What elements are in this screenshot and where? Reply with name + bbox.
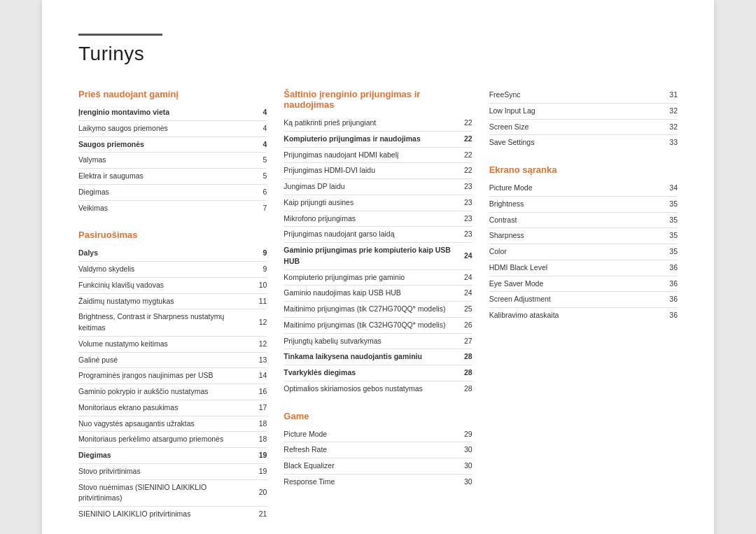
toc-number: 21 (250, 507, 267, 522)
table-row: SIENINIO LAIKIKLIO pritvirtinimas21 (78, 507, 267, 522)
toc-number: 12 (250, 309, 267, 337)
toc-number: 33 (661, 135, 678, 150)
toc-label: Tinkama laikysena naudojantis gaminiu (284, 349, 455, 365)
toc-label: Brightness, Contrast ir Sharpness nustat… (78, 309, 250, 337)
toc-number: 16 (250, 384, 267, 400)
section-title-col3-container-1: Ekrano sąranka (489, 164, 678, 175)
title-bar (78, 34, 162, 36)
toc-label: Programinės įrangos naujinimas per USB (78, 368, 250, 384)
toc-table-col2-container-0: Ką patikrinti prieš prijungiant22Kompiut… (284, 115, 472, 397)
table-row: Monitoriaus ekrano pasukimas17 (78, 400, 267, 416)
table-row: Sharpness35 (489, 228, 678, 244)
table-row: Color35 (489, 244, 678, 260)
table-row: Kalibravimo ataskaita36 (489, 308, 678, 323)
toc-label: Gaminio naudojimas kaip USB HUB (284, 286, 455, 302)
toc-number: 36 (661, 308, 678, 323)
toc-number: 7 (250, 200, 267, 216)
section-col2-container-0: Šaltinio įrenginio prijungimas ir naudoj… (284, 89, 472, 397)
toc-label: Ką patikrinti prieš prijungiant (284, 115, 455, 131)
table-row: Optimalios skiriamosios gebos nustatymas… (284, 381, 472, 396)
table-row: Low Input Lag32 (489, 103, 678, 119)
table-row: Saugos priemonės4 (78, 136, 267, 153)
section-col3-container-1: Ekrano sąrankaPicture Mode34Brightness35… (489, 164, 678, 323)
toc-label: Kaip prijungti ausines (284, 195, 455, 211)
toc-number: 23 (456, 179, 472, 195)
table-row: Valdymo skydelis9 (78, 262, 267, 278)
toc-table-col3-container-1: Picture Mode34Brightness35Contrast35Shar… (489, 181, 678, 323)
table-row: Prijungimas naudojant garso laidą23 (284, 227, 472, 243)
toc-label: Black Equalizer (284, 458, 455, 475)
table-row: Eye Saver Mode36 (489, 276, 678, 292)
section-title-col1-container-0: Prieš naudojant gaminį (78, 89, 267, 99)
table-row: Maitinimo prijungimas (tik C32HG70QQ* mo… (284, 317, 472, 333)
toc-number: 35 (661, 244, 678, 260)
table-row: Kompiuterio prijungimas ir naudojimas22 (284, 131, 472, 147)
toc-label: Maitinimo prijungimas (tik C32HG70QQ* mo… (284, 317, 455, 333)
toc-label: Picture Mode (489, 181, 661, 196)
toc-label: Stovo nuėmimas (SIENINIO LAIKIKLIO pritv… (78, 479, 250, 507)
table-row: Screen Size32 (489, 119, 678, 135)
toc-number: 5 (250, 153, 267, 169)
toc-label: Screen Adjustment (489, 292, 661, 308)
toc-number: 32 (661, 119, 678, 135)
toc-label: Elektra ir saugumas (78, 169, 250, 185)
table-row: HDMI Black Level36 (489, 260, 678, 276)
toc-label: Valdymo skydelis (78, 262, 250, 278)
toc-table-col3-container-0: FreeSync31Low Input Lag32Screen Size32Sa… (489, 87, 678, 150)
table-row: Refresh Rate30 (284, 442, 472, 458)
table-row: Dalys9 (78, 246, 267, 261)
table-row: Valymas5 (78, 153, 267, 169)
table-row: Programinės įrangos naujinimas per USB14 (78, 368, 267, 384)
toc-label: Optimalios skiriamosios gebos nustatymas (284, 381, 455, 396)
toc-number: 26 (456, 317, 472, 333)
toc-number: 5 (250, 169, 267, 185)
title-area: Turinys (78, 34, 678, 65)
toc-number: 29 (456, 427, 472, 442)
table-row: Monitoriaus perkėlimo atsargumo priemonė… (78, 432, 267, 448)
table-row: Response Time30 (284, 474, 472, 489)
toc-number: 4 (250, 136, 267, 153)
section-title-col2-container-0: Šaltinio įrenginio prijungimas ir naudoj… (284, 89, 472, 110)
toc-label: Color (489, 244, 661, 260)
toc-label: Dalys (78, 246, 250, 261)
table-row: Picture Mode34 (489, 181, 678, 196)
toc-number: 13 (250, 352, 267, 368)
toc-number: 28 (456, 381, 472, 396)
table-row: Tvarkyklės diegimas28 (284, 365, 472, 381)
main-title: Turinys (78, 43, 678, 65)
toc-label: Diegimas (78, 448, 250, 464)
toc-label: Saugos priemonės (78, 136, 250, 153)
section-col1-container-1: PasiruošimasDalys9Valdymo skydelis9Funkc… (78, 230, 267, 522)
toc-number: 24 (456, 243, 472, 270)
toc-number: 17 (250, 400, 267, 416)
toc-number: 23 (456, 227, 472, 243)
table-row: Prijungtų kabelių sutvarkymas27 (284, 333, 472, 349)
table-row: FreeSync31 (489, 87, 678, 103)
table-row: Funkcinių klavišų vadovas10 (78, 277, 267, 293)
toc-number: 22 (456, 131, 472, 147)
column-1: Prieš naudojant gaminįĮrenginio montavim… (78, 87, 284, 534)
toc-label: FreeSync (489, 87, 661, 103)
toc-number: 9 (250, 262, 267, 278)
toc-number: 6 (250, 184, 267, 200)
table-row: Gaminio naudojimas kaip USB HUB24 (284, 286, 472, 302)
table-row: Contrast35 (489, 212, 678, 228)
toc-label: Tvarkyklės diegimas (284, 365, 455, 381)
toc-table-col1-container-1: Dalys9Valdymo skydelis9Funkcinių klavišų… (78, 246, 267, 522)
toc-label: Galinė pusė (78, 352, 250, 368)
table-row: Elektra ir saugumas5 (78, 169, 267, 185)
table-row: Brightness, Contrast ir Sharpness nustat… (78, 309, 267, 337)
toc-label: Response Time (284, 474, 455, 489)
toc-label: Volume nustatymo keitimas (78, 336, 250, 352)
table-row: Diegimas19 (78, 448, 267, 464)
toc-number: 34 (661, 181, 678, 196)
toc-number: 28 (456, 349, 472, 365)
toc-label: Diegimas (78, 184, 250, 200)
toc-label: Kompiuterio prijungimas ir naudojimas (284, 131, 455, 147)
table-row: Picture Mode29 (284, 427, 472, 442)
table-row: Prijungimas HDMI-DVI laidu22 (284, 163, 472, 179)
toc-label: Prijungimas HDMI-DVI laidu (284, 163, 455, 179)
toc-label: Low Input Lag (489, 103, 661, 119)
toc-number: 9 (250, 246, 267, 261)
table-row: Black Equalizer30 (284, 458, 472, 475)
